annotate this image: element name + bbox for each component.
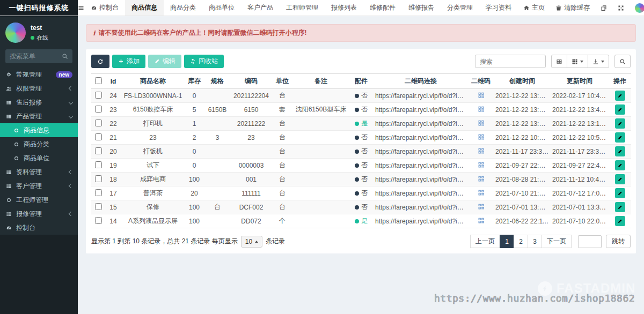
row-edit-button[interactable]	[615, 132, 625, 143]
row-edit-button[interactable]	[615, 174, 625, 184]
table-search-input[interactable]	[475, 55, 546, 68]
row-checkbox[interactable]	[95, 147, 102, 154]
sidebar-item-aftersales-repair[interactable]: 售后报修	[0, 95, 78, 109]
top-tab-repair-reports[interactable]: 维修报告	[402, 0, 441, 16]
row-edit-button[interactable]	[615, 202, 625, 212]
column-qr[interactable]: 二维码	[468, 74, 494, 89]
column-created[interactable]: 创建时间	[494, 74, 551, 89]
column-updated[interactable]: 更新时间	[551, 74, 609, 89]
qr-code-icon[interactable]	[478, 119, 485, 126]
top-tab-repair-list[interactable]: 报修列表	[325, 0, 363, 16]
sidebar-item-product-category[interactable]: 商品分类	[0, 137, 78, 151]
menu-search-input[interactable]	[10, 53, 62, 60]
page-button-2[interactable]: 2	[514, 235, 528, 248]
column-parts[interactable]: 配件	[349, 74, 374, 89]
refresh-button[interactable]	[91, 55, 109, 68]
row-checkbox[interactable]	[95, 189, 102, 196]
page-button-1[interactable]: 1	[500, 235, 514, 248]
qr-code-icon[interactable]	[478, 161, 485, 168]
row-checkbox[interactable]	[95, 92, 102, 99]
top-tab-product-info[interactable]: 商品信息	[125, 0, 164, 16]
top-tab-product-category[interactable]: 商品分类	[164, 0, 202, 16]
page-jump-input[interactable]	[578, 235, 602, 248]
column-id[interactable]: Id	[105, 74, 121, 89]
column-actions[interactable]: 操作	[609, 74, 631, 89]
qr-code-icon[interactable]	[478, 147, 485, 154]
sidebar-item-repair-management[interactable]: 报修管理	[0, 207, 78, 221]
row-edit-button[interactable]	[615, 146, 625, 156]
page-button-3[interactable]: 3	[528, 235, 542, 248]
row-edit-button[interactable]	[615, 118, 625, 129]
top-tab-console[interactable]: 控制台	[84, 0, 125, 16]
qr-code-icon[interactable]	[478, 133, 485, 140]
chevron-left-icon	[69, 86, 73, 91]
export-dropdown-button[interactable]	[588, 55, 609, 68]
qr-code-icon[interactable]	[478, 203, 485, 210]
sidebar-item-engineer-management[interactable]: 工程师管理	[0, 193, 78, 207]
next-page-button[interactable]: 下一页	[541, 235, 572, 248]
cell-id: 19	[105, 159, 121, 173]
qr-code-icon[interactable]	[478, 92, 485, 99]
sidebar-item-permission-management[interactable]: 权限管理	[0, 81, 78, 95]
sidebar-item-product-info[interactable]: 商品信息	[0, 123, 78, 137]
column-stock[interactable]: 库存	[185, 74, 204, 89]
row-checkbox[interactable]	[95, 133, 102, 140]
sidebar-item-console[interactable]: 控制台	[0, 221, 78, 235]
sidebar-item-product-management[interactable]: 产品管理	[0, 109, 78, 123]
app-title: 一键扫码报修系统	[0, 0, 78, 16]
qr-code-icon[interactable]	[478, 189, 485, 196]
recycle-bin-button[interactable]: 回收站	[184, 55, 224, 68]
sidebar-item-data-management[interactable]: 资料管理	[0, 165, 78, 179]
columns-dropdown-button[interactable]	[567, 55, 588, 68]
status-dot	[355, 136, 359, 140]
fullscreen-button[interactable]	[612, 0, 630, 16]
column-qr_link[interactable]: 二维码连接	[374, 74, 468, 89]
top-tab-repair-parts[interactable]: 维修配件	[363, 0, 402, 16]
row-checkbox[interactable]	[95, 217, 102, 224]
row-checkbox[interactable]	[95, 203, 102, 210]
prev-page-button[interactable]: 上一页	[470, 235, 500, 248]
row-edit-button[interactable]	[615, 188, 625, 198]
column-unit[interactable]: 单位	[272, 74, 293, 89]
select-all-checkbox[interactable]	[95, 77, 102, 84]
top-tab-product-unit[interactable]: 商品单位	[202, 0, 241, 16]
row-edit-button[interactable]	[615, 216, 625, 226]
top-tab-customer-products[interactable]: 客户产品	[241, 0, 280, 16]
column-spec[interactable]: 规格	[204, 74, 231, 89]
page-size-select[interactable]: 10	[241, 236, 262, 248]
search-button[interactable]	[614, 55, 631, 68]
user-menu[interactable]: test	[630, 0, 644, 16]
home-button[interactable]: 主页	[518, 0, 550, 16]
hamburger-icon[interactable]	[78, 0, 84, 16]
row-checkbox[interactable]	[95, 175, 102, 182]
search-icon[interactable]	[62, 53, 68, 59]
add-button[interactable]: 添加	[112, 55, 145, 68]
column-name[interactable]: 商品名称	[121, 74, 185, 89]
row-edit-button[interactable]	[615, 91, 625, 101]
top-tab-learning-materials[interactable]: 学习资料	[479, 0, 518, 16]
cell-qr	[468, 159, 494, 173]
column-code[interactable]: 编码	[231, 74, 272, 89]
qr-code-icon[interactable]	[478, 175, 485, 182]
sidebar-item-customer-management[interactable]: 客户管理	[0, 179, 78, 193]
edit-button[interactable]: 编辑	[148, 55, 181, 68]
row-edit-button[interactable]	[615, 160, 625, 170]
url-watermark: https://www.huzhan.com/ishop18862	[434, 293, 635, 304]
clear-cache-button[interactable]: 清除缓存	[550, 0, 595, 16]
row-checkbox[interactable]	[95, 106, 102, 113]
toggle-view-button[interactable]	[551, 55, 567, 68]
row-checkbox[interactable]	[95, 119, 102, 126]
copy-button[interactable]	[595, 0, 612, 16]
sidebar-item-product-unit[interactable]: 商品单位	[0, 151, 78, 165]
cell-spec	[204, 145, 231, 159]
fastadmin-watermark: FASTADMIN	[538, 281, 635, 296]
page-jump-button[interactable]: 跳转	[606, 235, 631, 248]
qr-code-icon[interactable]	[478, 106, 485, 113]
qr-code-icon[interactable]	[478, 217, 485, 224]
sidebar-item-general-management[interactable]: 常规管理new	[0, 68, 78, 81]
row-checkbox[interactable]	[95, 161, 102, 168]
top-tab-engineer-management[interactable]: 工程师管理	[280, 0, 325, 16]
column-note[interactable]: 备注	[293, 74, 349, 89]
top-tab-category-management[interactable]: 分类管理	[441, 0, 479, 16]
row-edit-button[interactable]	[615, 104, 625, 115]
